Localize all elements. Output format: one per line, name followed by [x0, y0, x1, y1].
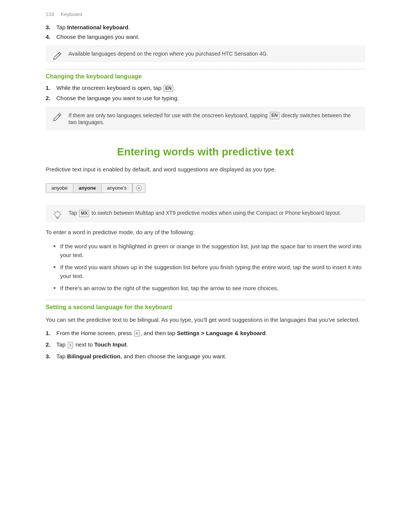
change-step-1: 1. While the onscreen keyboard is open, … [46, 85, 365, 92]
suggestion-anyones: anyone's [102, 184, 132, 193]
note-1-text: Available languages depend on the region… [68, 51, 268, 57]
second-step-3-text: Tap Bilingual prediction, and then choos… [56, 353, 226, 359]
second-step-2: 2. Tap ⫶ next to Touch Input. [46, 341, 365, 348]
step-4: 4. Choose the languages you want. [46, 34, 365, 40]
second-step-3-bold: Bilingual prediction [67, 353, 120, 359]
initial-steps: 3. Tap International keyboard. 4. Choose… [46, 24, 365, 40]
second-step-1-text: From the Home screen, press ≡, and then … [56, 330, 267, 337]
second-step-3: 3. Tap Bilingual prediction, and then ch… [46, 353, 365, 359]
change-step-2-num: 2. [46, 95, 56, 101]
bullet-1: ▪ If the word you want is highlighted in… [53, 242, 365, 259]
bullet-mark-2: ▪ [53, 263, 60, 272]
entering-words-title: Entering words with predictive text [46, 146, 365, 158]
second-step-2-num: 2. [46, 341, 56, 348]
svg-line-5 [54, 212, 55, 212]
entering-words-intro: Predictive text input is enabled by defa… [46, 165, 365, 174]
bullet-3-text: If there's an arrow to the right of the … [60, 284, 279, 293]
page-number: 133 [46, 11, 54, 17]
divider-2 [46, 300, 365, 300]
second-language-steps: 1. From the Home screen, press ≡, and th… [46, 330, 365, 359]
page: 133 Keyboard 3. Tap International keyboa… [0, 0, 411, 532]
change-step-2-text: Choose the language you want to use for … [56, 95, 179, 101]
change-step-1-text: While the onscreen keyboard is open, tap… [56, 85, 175, 92]
bullet-3: ▪ If there's an arrow to the right of th… [53, 284, 365, 293]
suggestion-anyobe: anyobe [46, 184, 73, 193]
second-step-1-num: 1. [46, 330, 56, 336]
predictive-intro: To enter a word in predictive mode, do a… [46, 228, 365, 237]
svg-point-0 [136, 185, 142, 191]
step-3: 3. Tap International keyboard. [46, 24, 365, 30]
note-box-1: Available languages depend on the region… [46, 45, 365, 62]
sliders-icon: ⫶ [68, 342, 73, 348]
step-4-text: Choose the languages you want. [56, 34, 140, 40]
second-step-2-text: Tap ⫶ next to Touch Input. [56, 341, 128, 348]
pencil-icon [52, 51, 64, 63]
second-step-1: 1. From the Home screen, press ≡, and th… [46, 330, 365, 337]
divider-1 [46, 69, 365, 69]
second-step-2-bold: Touch Input [94, 341, 127, 348]
bullet-2: ▪ If the word you want shows up in the s… [53, 263, 365, 280]
second-step-1-bold: Settings > Language & keyboard [177, 330, 266, 336]
step-3-bold: International keyboard [67, 24, 128, 30]
step-3-text: Tap International keyboard. [56, 24, 130, 30]
bullet-1-text: If the word you want is highlighted in g… [60, 242, 365, 259]
second-language-section: Setting a second language for the keyboa… [46, 304, 365, 359]
pencil-icon-2 [52, 112, 64, 124]
step-3-num: 3. [46, 24, 56, 30]
svg-line-6 [60, 212, 61, 212]
step-4-num: 4. [46, 34, 56, 40]
page-header: 133 Keyboard [46, 11, 365, 17]
bullet-mark-3: ▪ [53, 284, 60, 292]
changing-keyboard-section: Changing the keyboard language 1. While … [46, 73, 365, 131]
bullet-2-text: If the word you want shows up in the sug… [60, 263, 365, 280]
suggestion-bar: anyobe anyone anyone's [46, 183, 145, 193]
suggestion-arrow [132, 184, 145, 193]
change-step-1-num: 1. [46, 85, 56, 91]
second-step-3-num: 3. [46, 353, 56, 359]
second-language-title: Setting a second language for the keyboa… [46, 304, 365, 311]
svg-point-1 [55, 212, 60, 217]
mx-icon: MX [79, 210, 89, 217]
changing-keyboard-title: Changing the keyboard language [46, 73, 365, 80]
changing-keyboard-steps: 1. While the onscreen keyboard is open, … [46, 85, 365, 101]
chevron-down-icon [136, 185, 142, 191]
tip-box: Tap MX to switch between Multitap and XT… [46, 204, 365, 222]
bullet-mark-1: ▪ [53, 242, 60, 251]
predictive-bullets: ▪ If the word you want is highlighted in… [53, 242, 365, 293]
tip-text: Tap MX to switch between Multitap and XT… [68, 210, 341, 216]
note-2-text: If there are only two languages selected… [68, 112, 351, 126]
second-language-intro: You can set the predictive text to be bi… [46, 315, 365, 324]
change-step-2: 2. Choose the language you want to use f… [46, 95, 365, 101]
menu-icon: ≡ [134, 330, 140, 337]
note-box-2: If there are only two languages selected… [46, 107, 365, 131]
entering-words-section: Entering words with predictive text Pred… [46, 146, 365, 292]
section-label: Keyboard [61, 11, 82, 17]
en-icon-1: EN [164, 85, 173, 92]
en-icon-2: EN [270, 112, 279, 119]
lightbulb-icon [52, 210, 64, 222]
suggestion-anyone: anyone [73, 184, 102, 193]
